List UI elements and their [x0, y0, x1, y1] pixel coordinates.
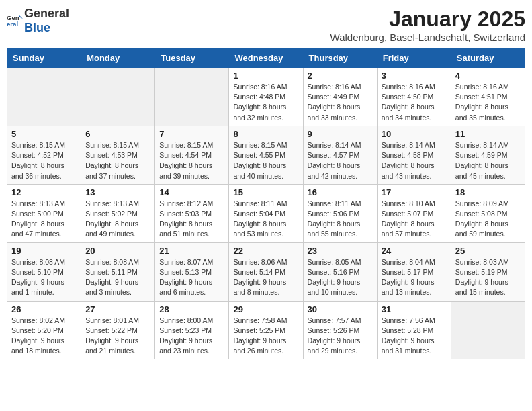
- day-info: Sunrise: 8:13 AMSunset: 5:00 PMDaylight:…: [11, 199, 77, 240]
- day-info: Sunrise: 8:02 AMSunset: 5:20 PMDaylight:…: [11, 316, 77, 357]
- day-number: 31: [382, 304, 447, 314]
- calendar-cell: [451, 301, 525, 359]
- day-number: 29: [233, 304, 298, 314]
- calendar-cell: 2Sunrise: 8:16 AMSunset: 4:49 PMDaylight…: [303, 68, 377, 126]
- day-of-week-header: Monday: [81, 49, 155, 68]
- day-info: Sunrise: 8:14 AMSunset: 4:59 PMDaylight:…: [455, 140, 521, 181]
- day-number: 19: [11, 246, 77, 256]
- day-info: Sunrise: 8:03 AMSunset: 5:19 PMDaylight:…: [455, 257, 521, 298]
- calendar-cell: 30Sunrise: 7:57 AMSunset: 5:26 PMDayligh…: [303, 301, 377, 359]
- day-number: 11: [455, 129, 521, 139]
- day-info: Sunrise: 8:11 AMSunset: 5:04 PMDaylight:…: [233, 199, 298, 240]
- day-info: Sunrise: 8:07 AMSunset: 5:13 PMDaylight:…: [159, 257, 224, 298]
- day-number: 17: [382, 187, 447, 197]
- day-info: Sunrise: 8:15 AMSunset: 4:52 PMDaylight:…: [11, 140, 77, 181]
- day-info: Sunrise: 8:14 AMSunset: 4:57 PMDaylight:…: [308, 140, 373, 181]
- day-number: 27: [85, 304, 150, 314]
- calendar-cell: 4Sunrise: 8:16 AMSunset: 4:51 PMDaylight…: [451, 68, 525, 126]
- calendar-cell: 6Sunrise: 8:15 AMSunset: 4:53 PMDaylight…: [81, 126, 155, 184]
- day-number: 25: [455, 246, 521, 256]
- calendar-body: 1Sunrise: 8:16 AMSunset: 4:48 PMDaylight…: [7, 68, 525, 359]
- calendar-cell: 31Sunrise: 7:56 AMSunset: 5:28 PMDayligh…: [377, 301, 451, 359]
- day-number: 7: [159, 129, 224, 139]
- day-number: 2: [308, 71, 373, 81]
- day-number: 24: [382, 246, 447, 256]
- day-info: Sunrise: 8:16 AMSunset: 4:51 PMDaylight:…: [455, 82, 521, 123]
- day-number: 13: [85, 187, 150, 197]
- calendar-cell: 29Sunrise: 7:58 AMSunset: 5:25 PMDayligh…: [229, 301, 303, 359]
- day-of-week-header: Tuesday: [155, 49, 229, 68]
- calendar-cell: 26Sunrise: 8:02 AMSunset: 5:20 PMDayligh…: [7, 301, 81, 359]
- day-info: Sunrise: 8:16 AMSunset: 4:50 PMDaylight:…: [382, 82, 447, 123]
- day-of-week-header: Friday: [377, 49, 451, 68]
- day-info: Sunrise: 8:08 AMSunset: 5:11 PMDaylight:…: [85, 257, 150, 298]
- days-of-week-row: SundayMondayTuesdayWednesdayThursdayFrid…: [7, 49, 525, 68]
- day-number: 5: [11, 129, 77, 139]
- page-header: Gen eral General Blue January 2025 Walde…: [7, 7, 525, 43]
- day-info: Sunrise: 8:16 AMSunset: 4:48 PMDaylight:…: [233, 82, 298, 123]
- calendar-cell: 22Sunrise: 8:06 AMSunset: 5:14 PMDayligh…: [229, 242, 303, 301]
- calendar-cell: 20Sunrise: 8:08 AMSunset: 5:11 PMDayligh…: [81, 242, 155, 301]
- calendar-cell: 15Sunrise: 8:11 AMSunset: 5:04 PMDayligh…: [229, 184, 303, 242]
- day-number: 9: [308, 129, 373, 139]
- calendar-cell: 9Sunrise: 8:14 AMSunset: 4:57 PMDaylight…: [303, 126, 377, 184]
- calendar-cell: 23Sunrise: 8:05 AMSunset: 5:16 PMDayligh…: [303, 242, 377, 301]
- day-number: 8: [233, 129, 298, 139]
- day-info: Sunrise: 8:00 AMSunset: 5:23 PMDaylight:…: [159, 316, 224, 357]
- day-info: Sunrise: 8:06 AMSunset: 5:14 PMDaylight:…: [233, 257, 298, 298]
- day-number: 20: [85, 246, 150, 256]
- logo: Gen eral General Blue: [7, 7, 69, 35]
- day-number: 1: [233, 71, 298, 81]
- calendar-cell: 24Sunrise: 8:04 AMSunset: 5:17 PMDayligh…: [377, 242, 451, 301]
- day-number: 18: [455, 187, 521, 197]
- calendar-cell: 17Sunrise: 8:10 AMSunset: 5:07 PMDayligh…: [377, 184, 451, 242]
- calendar-cell: 28Sunrise: 8:00 AMSunset: 5:23 PMDayligh…: [155, 301, 229, 359]
- calendar-cell: [155, 68, 229, 126]
- calendar-subtitle: Waldenburg, Basel-Landschaft, Switzerlan…: [330, 32, 525, 43]
- calendar-week-row: 5Sunrise: 8:15 AMSunset: 4:52 PMDaylight…: [7, 126, 525, 184]
- calendar-cell: [81, 68, 155, 126]
- day-info: Sunrise: 8:05 AMSunset: 5:16 PMDaylight:…: [308, 257, 373, 298]
- day-number: 10: [382, 129, 447, 139]
- day-number: 22: [233, 246, 298, 256]
- calendar-cell: 19Sunrise: 8:08 AMSunset: 5:10 PMDayligh…: [7, 242, 81, 301]
- day-info: Sunrise: 8:12 AMSunset: 5:03 PMDaylight:…: [159, 199, 224, 240]
- day-number: 12: [11, 187, 77, 197]
- day-of-week-header: Sunday: [7, 49, 81, 68]
- day-info: Sunrise: 7:57 AMSunset: 5:26 PMDaylight:…: [308, 316, 373, 357]
- day-of-week-header: Wednesday: [229, 49, 303, 68]
- day-info: Sunrise: 8:01 AMSunset: 5:22 PMDaylight:…: [85, 316, 150, 357]
- calendar-cell: 8Sunrise: 8:15 AMSunset: 4:55 PMDaylight…: [229, 126, 303, 184]
- logo-blue-text: Blue: [24, 21, 50, 34]
- calendar-cell: 11Sunrise: 8:14 AMSunset: 4:59 PMDayligh…: [451, 126, 525, 184]
- day-number: 3: [382, 71, 447, 81]
- calendar-cell: 14Sunrise: 8:12 AMSunset: 5:03 PMDayligh…: [155, 184, 229, 242]
- day-number: 28: [159, 304, 224, 314]
- calendar-cell: 13Sunrise: 8:13 AMSunset: 5:02 PMDayligh…: [81, 184, 155, 242]
- day-info: Sunrise: 8:08 AMSunset: 5:10 PMDaylight:…: [11, 257, 77, 298]
- day-info: Sunrise: 8:15 AMSunset: 4:53 PMDaylight:…: [85, 140, 150, 181]
- calendar-week-row: 1Sunrise: 8:16 AMSunset: 4:48 PMDaylight…: [7, 68, 525, 126]
- day-number: 21: [159, 246, 224, 256]
- calendar-cell: 25Sunrise: 8:03 AMSunset: 5:19 PMDayligh…: [451, 242, 525, 301]
- day-info: Sunrise: 8:16 AMSunset: 4:49 PMDaylight:…: [308, 82, 373, 123]
- calendar-table: SundayMondayTuesdayWednesdayThursdayFrid…: [7, 48, 525, 359]
- day-of-week-header: Saturday: [451, 49, 525, 68]
- day-number: 26: [11, 304, 77, 314]
- calendar-cell: 21Sunrise: 8:07 AMSunset: 5:13 PMDayligh…: [155, 242, 229, 301]
- calendar-week-row: 26Sunrise: 8:02 AMSunset: 5:20 PMDayligh…: [7, 301, 525, 359]
- calendar-title: January 2025: [330, 7, 525, 32]
- calendar-week-row: 12Sunrise: 8:13 AMSunset: 5:00 PMDayligh…: [7, 184, 525, 242]
- calendar-cell: 12Sunrise: 8:13 AMSunset: 5:00 PMDayligh…: [7, 184, 81, 242]
- day-number: 6: [85, 129, 150, 139]
- logo-icon: Gen eral: [7, 13, 23, 29]
- day-info: Sunrise: 8:13 AMSunset: 5:02 PMDaylight:…: [85, 199, 150, 240]
- day-info: Sunrise: 8:04 AMSunset: 5:17 PMDaylight:…: [382, 257, 447, 298]
- calendar-cell: 7Sunrise: 8:15 AMSunset: 4:54 PMDaylight…: [155, 126, 229, 184]
- day-info: Sunrise: 8:15 AMSunset: 4:55 PMDaylight:…: [233, 140, 298, 181]
- calendar-cell: 27Sunrise: 8:01 AMSunset: 5:22 PMDayligh…: [81, 301, 155, 359]
- day-info: Sunrise: 8:15 AMSunset: 4:54 PMDaylight:…: [159, 140, 224, 181]
- day-of-week-header: Thursday: [303, 49, 377, 68]
- day-number: 30: [308, 304, 373, 314]
- day-info: Sunrise: 8:14 AMSunset: 4:58 PMDaylight:…: [382, 140, 447, 181]
